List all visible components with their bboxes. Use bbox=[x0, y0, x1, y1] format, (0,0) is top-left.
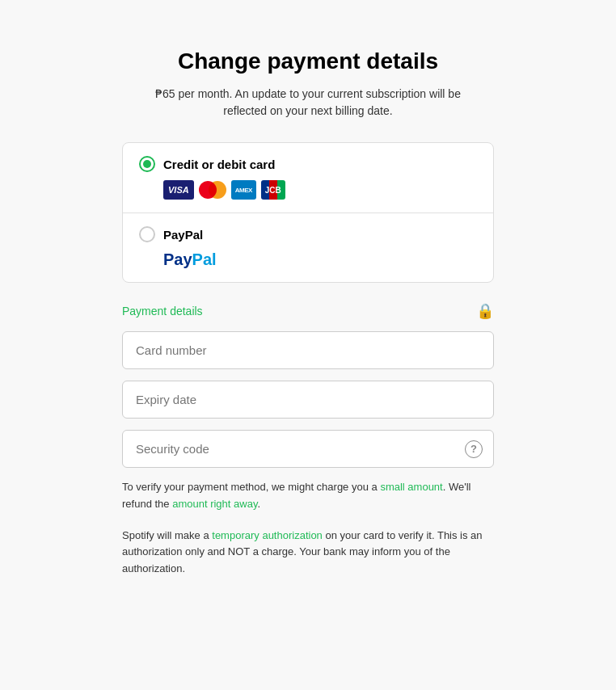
credit-card-label: Credit or debit card bbox=[163, 158, 275, 171]
subtitle: ₱65 per month. An update to your current… bbox=[138, 86, 478, 120]
security-code-input[interactable] bbox=[122, 430, 494, 468]
amex-icon: AMEX bbox=[231, 180, 256, 200]
credit-card-option[interactable]: Credit or debit card VISA AMEX JCB bbox=[123, 143, 493, 213]
visa-icon: VISA bbox=[163, 180, 194, 200]
expiry-date-input[interactable] bbox=[122, 381, 494, 419]
card-icons: VISA AMEX JCB bbox=[163, 180, 477, 200]
payment-form: Payment details 🔒 ? To verify your payme… bbox=[122, 302, 494, 592]
paypal-option[interactable]: PayPal PayPal bbox=[123, 213, 493, 282]
paypal-radio[interactable] bbox=[139, 226, 155, 242]
disclaimer-1: To verify your payment method, we might … bbox=[122, 479, 494, 513]
section-header: Payment details 🔒 bbox=[122, 302, 494, 320]
credit-card-radio[interactable] bbox=[139, 156, 155, 172]
disclaimer-2: Spotify will make a temporary authorizat… bbox=[122, 528, 494, 578]
lock-icon: 🔒 bbox=[476, 302, 494, 320]
security-code-wrapper: ? bbox=[122, 430, 494, 468]
card-number-input[interactable] bbox=[122, 331, 494, 369]
jcb-icon: JCB bbox=[261, 180, 285, 200]
paypal-logo: PayPal bbox=[163, 250, 477, 269]
page-title: Change payment details bbox=[178, 48, 438, 74]
payment-options-card: Credit or debit card VISA AMEX JCB PayPa… bbox=[122, 142, 494, 283]
paypal-label: PayPal bbox=[163, 228, 203, 242]
security-help-icon[interactable]: ? bbox=[465, 440, 483, 458]
section-label: Payment details bbox=[122, 305, 203, 318]
page-container: Change payment details ₱65 per month. An… bbox=[16, 32, 600, 658]
mastercard-icon bbox=[199, 181, 226, 199]
